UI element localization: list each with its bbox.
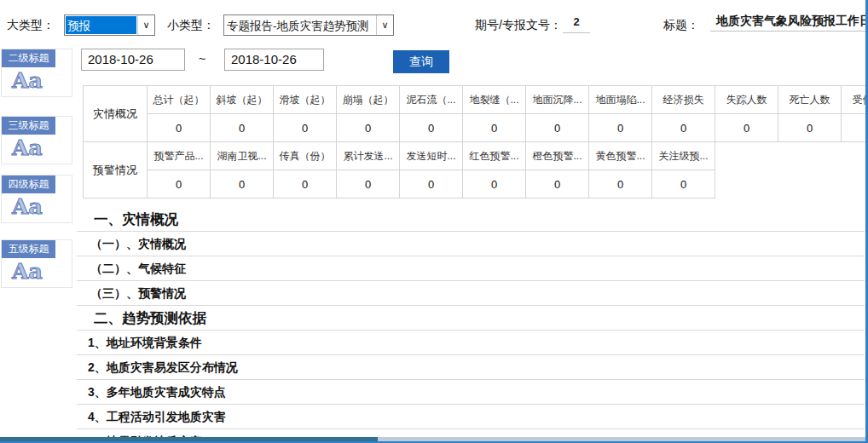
row-group-label: 预警情况 (84, 142, 148, 198)
minor-type-value: 专题报告-地质灾害趋势预测 (225, 16, 375, 34)
column-header-cell: 斜坡（起） (211, 86, 274, 114)
major-type-select[interactable]: 预报 ∨ (64, 14, 155, 36)
sidebar-item-label: 二级标题 (2, 49, 55, 67)
value-cell: 0 (463, 170, 526, 198)
column-header-cell: 传真（份） (274, 142, 337, 170)
minor-type-select[interactable]: 专题报告-地质灾害趋势预测 ∨ (223, 14, 394, 36)
column-header-cell: 失踪人数 (715, 86, 778, 114)
outline-item[interactable]: 4、工程活动引发地质灾害 (77, 405, 865, 429)
value-cell: 0 (337, 170, 400, 198)
column-header-cell: 发送短时... (400, 142, 463, 170)
value-cell: 0 (337, 114, 400, 142)
column-header-cell: 经济损失 (652, 86, 715, 114)
value-cell: 0 (778, 114, 842, 142)
row-group-label: 灾情概况 (84, 86, 148, 142)
heading-style-icon: Aa (12, 261, 72, 283)
column-header-cell: 累计发送... (337, 142, 400, 170)
chevron-down-icon: ∨ (376, 15, 393, 35)
outline-item[interactable]: 2、地质灾害易发区分布情况 (77, 355, 865, 380)
date-range-separator: ~ (199, 52, 205, 66)
value-cell: 0 (148, 170, 211, 198)
value-cell: 0 (842, 114, 868, 142)
date-from-input[interactable]: 2018-10-26 (81, 49, 185, 71)
minor-type-label: 小类型： (167, 18, 215, 33)
value-cell: 0 (715, 114, 778, 142)
sidebar-item-heading-4[interactable]: 四级标题Aa (1, 175, 72, 223)
outline-item[interactable]: 3、多年地质灾害成灾特点 (77, 380, 865, 405)
outline-item[interactable]: （三）、预警情况 (77, 281, 865, 306)
issue-number-label: 期号/专报文号： (475, 18, 562, 33)
value-cell: 0 (652, 114, 715, 142)
sidebar-item-heading-5[interactable]: 五级标题Aa (1, 239, 72, 288)
summary-table: 灾情概况总计（起）斜坡（起）滑坡（起）崩塌（起）泥石流（...地裂缝（...地面… (83, 85, 868, 198)
outline-item[interactable]: （二）、气候特征 (77, 256, 865, 281)
column-header-cell: 关注级预... (652, 142, 715, 170)
outline-item[interactable]: （一）、灾情概况 (77, 232, 865, 256)
sidebar-item-label: 四级标题 (2, 175, 55, 193)
column-header-cell: 地面塌陷... (589, 86, 652, 114)
column-header-cell: 地面沉降... (526, 86, 589, 114)
date-to-input[interactable]: 2018-10-26 (224, 49, 324, 71)
outline-item[interactable]: 一、灾情概况 (77, 207, 865, 232)
value-cell: 0 (526, 170, 589, 198)
title-label: 标题： (663, 18, 699, 33)
column-header-cell: 总计（起） (148, 86, 211, 114)
column-header-cell: 红色预警... (463, 142, 526, 170)
column-header-cell: 黄色预警... (589, 142, 652, 170)
outline-list: 一、灾情概况（一）、灾情概况（二）、气候特征（三）、预警情况二、趋势预测依据1、… (77, 207, 865, 443)
warning-summary-table: 预警情况预警产品...湖南卫视...传真（份）累计发送...发送短时...红色预… (83, 141, 715, 198)
value-cell: 0 (211, 114, 274, 142)
chevron-down-icon: ∨ (137, 15, 154, 35)
value-cell: 0 (400, 170, 463, 198)
sidebar-item-label: 三级标题 (2, 117, 55, 135)
outline-item[interactable]: 1、地址环境背景条件 (77, 331, 865, 355)
heading-style-icon: Aa (12, 196, 72, 218)
column-header-cell: 死亡人数 (778, 86, 842, 114)
query-button[interactable]: 查询 (393, 50, 449, 73)
major-type-label: 大类型： (7, 18, 55, 33)
column-header-cell: 泥石流（... (400, 86, 463, 114)
column-header-cell: 受伤人数 (842, 86, 868, 114)
outline-item[interactable]: 二、趋势预测依据 (77, 306, 865, 331)
column-header-cell: 崩塌（起） (337, 86, 400, 114)
sidebar-item-label: 五级标题 (2, 240, 55, 258)
issue-number-input[interactable]: 2 (563, 13, 590, 33)
major-type-value: 预报 (66, 16, 136, 34)
value-cell: 0 (274, 114, 337, 142)
column-header-cell: 湖南卫视... (211, 142, 274, 170)
value-cell: 0 (274, 170, 337, 198)
heading-style-icon: Aa (12, 70, 72, 92)
value-cell: 0 (589, 170, 652, 198)
value-cell: 0 (400, 114, 463, 142)
value-cell: 0 (211, 170, 274, 198)
report-editor-page: 大类型： 预报 ∨ 小类型： 专题报告-地质灾害趋势预测 ∨ 期号/专报文号： … (0, 0, 868, 443)
value-cell: 0 (589, 114, 652, 142)
value-cell: 0 (652, 170, 715, 198)
sidebar-item-heading-2[interactable]: 二级标题Aa (1, 49, 72, 97)
column-header-cell: 地裂缝（... (463, 86, 526, 114)
column-header-cell: 滑坡（起） (274, 86, 337, 114)
disaster-summary-table: 灾情概况总计（起）斜坡（起）滑坡（起）崩塌（起）泥石流（...地裂缝（...地面… (83, 85, 868, 142)
heading-style-icon: Aa (12, 137, 72, 159)
column-header-cell: 橙色预警... (526, 142, 589, 170)
column-header-cell: 预警产品... (148, 142, 211, 170)
title-input[interactable]: 地质灾害气象风险预报工作日报 (710, 11, 865, 32)
value-cell: 0 (526, 114, 589, 142)
value-cell: 0 (463, 114, 526, 142)
value-cell: 0 (148, 114, 211, 142)
sidebar-item-heading-3[interactable]: 三级标题Aa (1, 116, 72, 164)
